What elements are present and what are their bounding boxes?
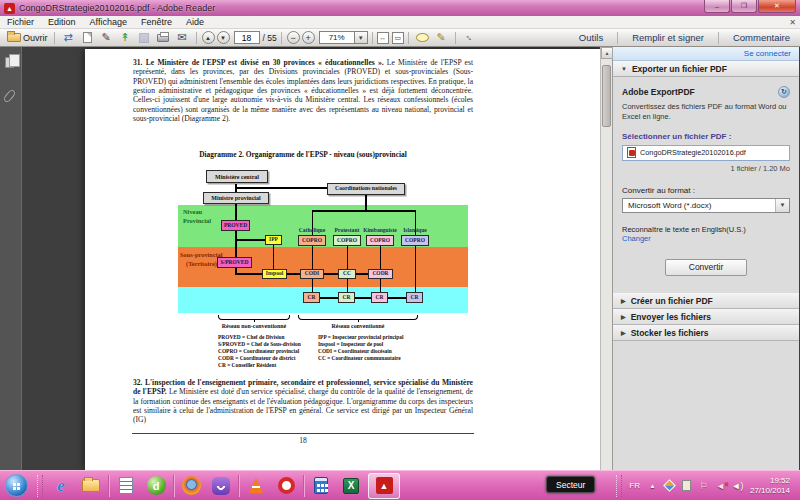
open-button[interactable] (6, 30, 21, 45)
viber-icon[interactable] (208, 474, 234, 498)
scrollbar-thumb[interactable] (602, 65, 611, 127)
calculator-icon[interactable] (308, 474, 334, 498)
windows-logo-icon (13, 483, 16, 486)
selected-file-name: CongoDRStrategie20102016.pdf (640, 148, 746, 157)
menu-fenetre[interactable]: Fenêtre (134, 16, 179, 28)
commentaire-button[interactable]: Commentaire (723, 29, 800, 46)
free-studio-icon[interactable]: d (143, 474, 169, 498)
previous-page-button[interactable]: ▲ (202, 31, 215, 44)
firefox-icon[interactable] (178, 474, 204, 498)
section-stocker-fichiers[interactable]: ▶ Stocker les fichiers (613, 325, 799, 341)
selected-file-box[interactable]: CongoDRStrategie20102016.pdf (622, 145, 790, 161)
vlc-icon[interactable] (243, 474, 269, 498)
save-disk-icon (139, 33, 149, 43)
taskbar-clock[interactable]: 19:52 27/10/2014 (750, 476, 790, 496)
page-down-icon: ▼ (220, 35, 226, 41)
upload-button[interactable]: ↟ (118, 30, 133, 45)
upload-cloud-icon: ↟ (120, 32, 129, 43)
page-number-input[interactable] (234, 31, 260, 44)
share-file-button[interactable]: ⇄ (61, 30, 76, 45)
start-button[interactable] (5, 474, 28, 497)
language-indicator[interactable]: FR (629, 481, 640, 490)
zoom-in-icon: + (306, 33, 311, 43)
maximize-button[interactable]: ❐ (731, 0, 757, 13)
close-button[interactable]: ✕ (758, 0, 796, 13)
page-number: 18 (133, 436, 473, 445)
create-pdf-button[interactable] (80, 30, 95, 45)
system-tray: FR ▲ ⚐ ◄ ◄) 19:52 27/10/2014 (613, 475, 800, 497)
zoom-level-value[interactable]: 71% (319, 31, 355, 44)
node-ipp: IPP (265, 235, 282, 245)
remplir-signer-button[interactable]: Remplir et signer (622, 29, 714, 46)
node-copro-protestant: COPRO (333, 235, 361, 246)
select-file-label: Sélectionner un fichier PDF : (622, 132, 790, 141)
section-envoyer-fichiers[interactable]: ▶ Envoyer les fichiers (613, 309, 799, 325)
brace-left-label: Réseau non-conventionné (194, 323, 314, 329)
opera-icon[interactable] (273, 474, 299, 498)
sign-button[interactable]: ✎ (99, 30, 114, 45)
sign-in-link[interactable]: Se connecter (744, 49, 791, 58)
highlight-button[interactable]: ✎ (434, 30, 449, 45)
adobe-reader-taskbar-button[interactable]: ▲ (368, 473, 400, 499)
legend-right: IPP = Inspecteur provincial principal In… (318, 334, 404, 362)
menu-affichage[interactable]: Affichage (83, 16, 134, 28)
file-meta: 1 fichier / 1.20 Mo (622, 164, 790, 173)
zoom-in-button[interactable]: + (302, 31, 315, 44)
windows-explorer-icon[interactable] (78, 474, 104, 498)
triangle-right-icon: ▶ (621, 313, 626, 320)
document-canvas: 31. Le Ministère de l'EPSP est divisé en… (22, 47, 600, 470)
menu-bar: Fichier Edition Affichage Fenêtre Aide ✕ (0, 16, 800, 29)
zoom-out-icon: − (291, 33, 296, 43)
menu-edition[interactable]: Edition (41, 16, 83, 28)
create-pdf-icon (83, 32, 92, 43)
adobe-reader-icon: ▲ (4, 3, 15, 14)
main-toolbar: Ouvrir ⇄ ✎ ↟ ✉ ▲ ▼ / 55 − + 71% ▼ ↔ ▭ ✎ … (0, 29, 800, 47)
node-cr-2: CR (338, 292, 355, 303)
page-thumbnails-icon[interactable] (5, 57, 14, 68)
comment-button[interactable] (415, 30, 430, 45)
node-codr: CODR (368, 269, 393, 279)
zoom-out-button[interactable]: − (287, 31, 300, 44)
fullscreen-button[interactable]: ↔ (462, 30, 477, 45)
save-button[interactable] (137, 30, 152, 45)
hidden-icons-arrow[interactable]: ▲ (646, 479, 659, 493)
document-scrollbar[interactable]: ▲ (600, 47, 612, 470)
brace-non-conventionne (218, 315, 290, 320)
menu-aide[interactable]: Aide (179, 16, 211, 28)
fit-width-button[interactable]: ↔ (377, 32, 389, 44)
section-creer-pdf[interactable]: ▶ Créer un fichier PDF (613, 293, 799, 309)
paragraph-31-lead: 31. Le Ministère de l'EPSP est divisé en… (133, 58, 384, 67)
convert-button[interactable]: Convertir (665, 259, 747, 276)
muted-device-icon[interactable]: ◄ (714, 479, 727, 493)
export-pdf-header[interactable]: ▼ Exporter un fichier PDF (613, 61, 799, 77)
antivirus-icon[interactable] (663, 479, 676, 493)
scroll-up-button[interactable]: ▲ (601, 47, 613, 59)
fit-page-button[interactable]: ▭ (392, 32, 404, 44)
next-page-button[interactable]: ▼ (217, 31, 230, 44)
language-bar-button[interactable]: Secteur (546, 476, 595, 493)
clock-time: 19:52 (750, 476, 790, 486)
document-close-icon[interactable]: ✕ (789, 18, 796, 27)
change-language-link[interactable]: Changer (622, 234, 790, 243)
paragraph-31-body: Le Ministère de l'EPSP est représenté, d… (133, 58, 473, 123)
node-inspool: Inspool (262, 269, 287, 279)
internet-explorer-icon[interactable]: e (48, 474, 74, 498)
excel-icon[interactable]: X (338, 474, 364, 498)
ocr-language-text: Reconnaître le texte en English(U.S.) (622, 225, 790, 234)
email-button[interactable]: ✉ (175, 30, 190, 45)
format-dropdown[interactable]: Microsoft Word (*.docx) ▼ (622, 198, 790, 213)
wps-writer-icon[interactable] (113, 474, 139, 498)
menu-fichier[interactable]: Fichier (0, 16, 41, 28)
action-center-flag-icon[interactable]: ⚐ (697, 479, 710, 493)
volume-icon[interactable]: ◄) (731, 479, 744, 493)
fit-width-icon: ↔ (379, 34, 386, 41)
clipboard-icon[interactable] (680, 479, 693, 493)
zoom-dropdown[interactable]: ▼ (355, 31, 368, 44)
print-button[interactable] (156, 30, 171, 45)
fullscreen-icon: ↔ (463, 31, 476, 44)
outils-button[interactable]: Outils (569, 29, 613, 46)
minimize-button[interactable]: – (704, 0, 730, 13)
open-label[interactable]: Ouvrir (23, 33, 48, 43)
print-icon (157, 34, 169, 42)
attachments-icon[interactable] (2, 88, 16, 103)
